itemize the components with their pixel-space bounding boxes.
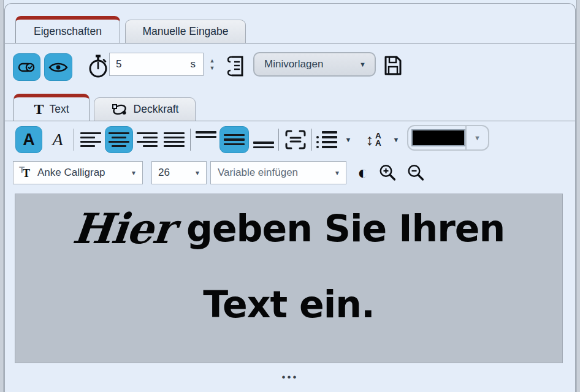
zoom-out-button[interactable] (405, 162, 427, 184)
script-button[interactable] (224, 53, 246, 80)
font-size-select[interactable]: 26 ▼ (151, 161, 207, 184)
tab-deckkraft-label: Deckkraft (134, 103, 179, 116)
font-color-picker[interactable]: ▼ (407, 125, 489, 151)
fit-text-button[interactable] (282, 126, 309, 153)
bullet-list-button[interactable] (315, 126, 338, 153)
link-duration-toggle-button[interactable] (13, 53, 40, 81)
minivorlagen-dropdown[interactable]: Minivorlagen ▼ (253, 52, 376, 77)
preview-script-word: Hier (71, 204, 177, 253)
duration-value: 5 (110, 58, 121, 70)
tab-manuelle-eingabe[interactable]: Manuelle Eingabe (125, 20, 246, 43)
text-tab-icon: T (34, 102, 44, 116)
tab-text-label: Text (49, 103, 69, 116)
variable-placeholder: Variable einfügen (218, 167, 298, 179)
valign-middle-icon (224, 131, 245, 148)
contrast-icon: ◐ (357, 164, 368, 182)
preview-line-2: Text ein. (203, 279, 375, 330)
duration-increment-button[interactable]: ▲ (210, 58, 215, 64)
contrast-button[interactable]: ◐ (352, 162, 374, 184)
line-spacing-button[interactable]: ↕ AA (359, 126, 387, 153)
line-spacing-dropdown[interactable]: ▼ (389, 126, 403, 153)
duration-unit: s (191, 58, 204, 70)
opacity-curve-icon (111, 102, 128, 118)
zoom-in-button[interactable] (376, 162, 399, 184)
color-dropdown[interactable]: ▼ (465, 126, 488, 149)
duration-decrement-button[interactable]: ▼ (210, 66, 215, 71)
zoom-out-icon (406, 164, 425, 182)
align-right-button[interactable] (135, 126, 159, 153)
tabbar-separator (5, 43, 575, 43)
chevron-down-icon: ▼ (474, 134, 481, 141)
script-icon (226, 54, 245, 78)
chevron-down-icon: ▼ (345, 137, 352, 143)
tab-eigenschaften-label: Eigenschaften (34, 25, 102, 38)
tab-eigenschaften[interactable]: Eigenschaften (15, 16, 120, 43)
tab-manuelle-eingabe-label: Manuelle Eingabe (142, 25, 228, 38)
zoom-in-icon (378, 164, 397, 182)
eye-icon (48, 61, 68, 74)
font-family-value: Anke Calligrap (37, 167, 105, 179)
valign-top-button[interactable] (194, 126, 218, 153)
color-swatch (411, 129, 465, 146)
font-icon: T T (19, 166, 32, 179)
font-family-select[interactable]: T T Anke Calligrap ▼ (13, 161, 143, 184)
bullet-list-dropdown[interactable]: ▼ (341, 126, 356, 153)
italic-button[interactable]: A (47, 126, 69, 153)
valign-bottom-icon (253, 131, 274, 148)
tab-text[interactable]: T Text (13, 94, 90, 121)
bold-icon: A (23, 130, 35, 149)
duration-input[interactable]: 5 s (109, 53, 204, 76)
minivorlagen-label: Minivorlagen (264, 58, 323, 70)
line-spacing-icon: ↕ AA (365, 132, 381, 148)
duration-stepper: ▲ ▼ (206, 53, 218, 76)
properties-panel: Eigenschaften Manuelle Eingabe (4, 3, 576, 392)
align-right-icon (137, 132, 158, 147)
preview-line2-text: Text ein. (203, 283, 375, 326)
stopwatch-icon (86, 53, 110, 80)
font-size-value: 26 (158, 167, 170, 179)
valign-middle-button[interactable] (219, 126, 249, 153)
variable-select[interactable]: Variable einfügen ▼ (210, 161, 346, 184)
align-left-icon (80, 132, 101, 147)
fit-text-icon (284, 129, 307, 151)
chevron-down-icon: ▼ (131, 170, 142, 176)
left-panel-edge (0, 0, 4, 392)
chevron-down-icon: ▼ (359, 61, 366, 68)
align-center-button[interactable] (105, 126, 133, 153)
align-center-icon (109, 132, 129, 147)
align-justify-button[interactable] (162, 126, 186, 153)
chevron-down-icon: ▼ (393, 137, 400, 143)
bold-button[interactable]: A (15, 126, 42, 153)
save-icon (383, 55, 402, 77)
tab-deckkraft[interactable]: Deckkraft (94, 97, 196, 121)
save-button[interactable] (381, 53, 403, 78)
valign-top-icon (196, 131, 216, 148)
preview-line1-text: geben Sie Ihren (186, 207, 505, 250)
visibility-toggle-button[interactable] (44, 53, 72, 81)
align-left-button[interactable] (78, 126, 103, 153)
splitter-dots-icon: ••• (282, 372, 299, 382)
panel-splitter-handle[interactable]: ••• (5, 369, 575, 385)
link-check-icon (18, 61, 36, 74)
subtab-separator (5, 121, 575, 121)
chevron-down-icon: ▼ (194, 170, 206, 176)
align-justify-icon (164, 132, 185, 147)
bullet-list-icon (316, 131, 337, 148)
right-panel-edge (576, 0, 580, 392)
preview-line-1: Hier geben Sie Ihren (73, 203, 505, 254)
valign-bottom-button[interactable] (251, 126, 276, 153)
text-preview-editor[interactable]: Hier geben Sie Ihren Text ein. (15, 194, 563, 363)
italic-icon: A (52, 130, 63, 149)
chevron-down-icon: ▼ (334, 170, 346, 176)
